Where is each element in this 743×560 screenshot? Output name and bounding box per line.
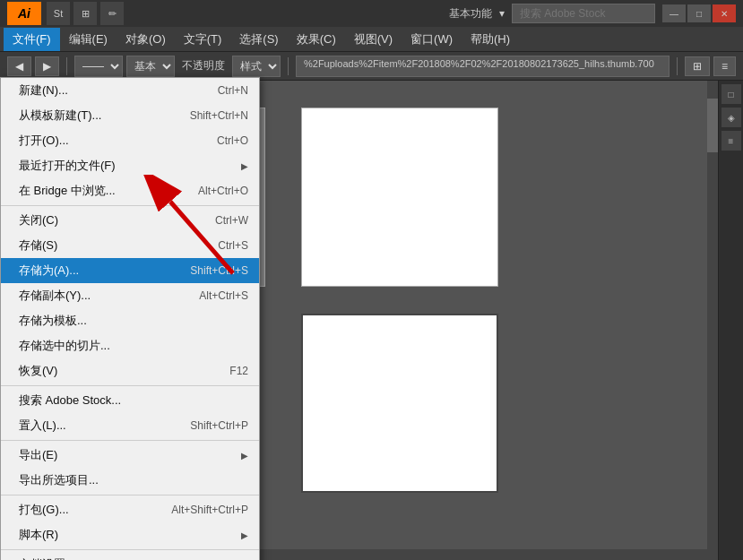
menu-save-copy-shortcut: Alt+Ctrl+S <box>199 289 248 302</box>
menu-close-label: 关闭(C) <box>19 212 58 228</box>
menu-recent[interactable]: 最近打开的文件(F) ▶ <box>1 153 259 178</box>
menu-recent-arrow: ▶ <box>241 161 248 171</box>
menu-file[interactable]: 文件(F) <box>4 28 60 51</box>
panel-btn-1[interactable]: □ <box>721 84 741 104</box>
menu-package-shortcut: Alt+Shift+Ctrl+P <box>171 504 248 516</box>
menu-bridge-label: 在 Bridge 中浏览... <box>19 183 116 199</box>
menu-new-template-shortcut: Shift+Ctrl+N <box>190 109 248 122</box>
menu-save-slice-label: 存储选中的切片... <box>19 338 110 354</box>
sep-4 <box>1 495 259 495</box>
menu-export-selected[interactable]: 导出所选项目... <box>1 468 259 493</box>
right-sidebar: □ ◈ ≡ <box>718 81 743 560</box>
menu-save[interactable]: 存储(S) Ctrl+S <box>1 233 259 258</box>
title-right: 基本功能 ▾ — □ ✕ <box>449 4 736 23</box>
close-button[interactable]: ✕ <box>713 4 736 22</box>
menu-bridge-shortcut: Alt+Ctrl+O <box>198 185 248 197</box>
menu-revert-shortcut: F12 <box>229 365 248 377</box>
menu-close-shortcut: Ctrl+W <box>215 214 248 227</box>
menu-save-shortcut: Ctrl+S <box>218 239 248 252</box>
sep-3 <box>1 440 259 441</box>
menu-save-as-label: 存储为(A)... <box>19 263 79 279</box>
menu-revert-label: 恢复(V) <box>19 363 57 379</box>
menu-doc-setup[interactable]: 文档设置(D)... Alt+Ctrl+P <box>1 552 259 560</box>
menu-search-stock-label: 搜索 Adobe Stock... <box>19 392 121 409</box>
opacity-label: 不透明度 <box>182 58 225 73</box>
artboard-2 <box>301 108 498 287</box>
panel-btn-3[interactable]: ≡ <box>721 131 741 151</box>
sep-5 <box>1 549 259 550</box>
function-mode-label: 基本功能 <box>449 6 492 22</box>
menu-open[interactable]: 打开(O)... Ctrl+O <box>1 128 259 153</box>
menu-window[interactable]: 窗口(W) <box>402 28 462 51</box>
back-button[interactable]: ◀ <box>7 56 31 76</box>
forward-button[interactable]: ▶ <box>35 56 59 76</box>
menu-save-template-label: 存储为模板... <box>19 313 87 329</box>
menu-new-template-label: 从模板新建(T)... <box>19 108 101 124</box>
panel-btn-2[interactable]: ◈ <box>721 108 741 127</box>
menu-save-copy[interactable]: 存储副本(Y)... Alt+Ctrl+S <box>1 283 259 308</box>
menu-view[interactable]: 视图(V) <box>345 28 402 51</box>
vertical-scrollbar[interactable] <box>707 81 718 560</box>
artboard-3 <box>301 314 498 493</box>
menu-close[interactable]: 关闭(C) Ctrl+W <box>1 208 259 233</box>
menu-save-label: 存储(S) <box>19 237 57 254</box>
menu-save-template[interactable]: 存储为模板... <box>1 308 259 333</box>
menu-select[interactable]: 选择(S) <box>230 28 287 51</box>
menu-export-selected-label: 导出所选项目... <box>19 472 99 488</box>
basic-select[interactable]: 基本 <box>126 56 175 77</box>
menu-recent-label: 最近打开的文件(F) <box>19 158 116 174</box>
menu-bar: 文件(F) 编辑(E) 对象(O) 文字(T) 选择(S) 效果(C) 视图(V… <box>0 27 743 52</box>
bridge-icon[interactable]: St <box>47 2 70 25</box>
menu-edit[interactable]: 编辑(E) <box>60 28 117 51</box>
toolbar-sep-2 <box>288 57 289 75</box>
search-input[interactable] <box>512 4 655 23</box>
menu-open-label: 打开(O)... <box>19 133 69 149</box>
menu-new-shortcut: Ctrl+N <box>218 84 248 97</box>
workspace-icon[interactable]: ⊞ <box>73 2 97 25</box>
menu-export-arrow: ▶ <box>241 451 248 461</box>
menu-revert[interactable]: 恢复(V) F12 <box>1 358 259 383</box>
toolbar-sep-3 <box>677 57 678 75</box>
scrollbar-thumb[interactable] <box>707 99 718 152</box>
sep-2 <box>1 385 259 386</box>
pen-icon[interactable]: ✏ <box>100 2 124 25</box>
menu-effect[interactable]: 效果(C) <box>288 28 345 51</box>
menu-help[interactable]: 帮助(H) <box>462 28 519 51</box>
title-bar: Ai St ⊞ ✏ 基本功能 ▾ — □ ✕ <box>0 0 743 27</box>
menu-package[interactable]: 打包(G)... Alt+Shift+Ctrl+P <box>1 497 259 522</box>
menu-new[interactable]: 新建(N)... Ctrl+N <box>1 78 259 103</box>
menu-save-as[interactable]: 存储为(A)... Shift+Ctrl+S <box>1 258 259 283</box>
toolbar-separator <box>66 57 67 75</box>
dropdown-menu-container: 新建(N)... Ctrl+N 从模板新建(T)... Shift+Ctrl+N… <box>0 77 260 560</box>
menu-place-label: 置入(L)... <box>19 418 66 434</box>
menu-scripts-label: 脚本(R) <box>19 527 58 543</box>
menu-place-shortcut: Shift+Ctrl+P <box>190 419 248 432</box>
menu-place[interactable]: 置入(L)... Shift+Ctrl+P <box>1 413 259 438</box>
menu-scripts-arrow: ▶ <box>241 530 248 540</box>
menu-object[interactable]: 对象(O) <box>117 28 175 51</box>
menu-new-template[interactable]: 从模板新建(T)... Shift+Ctrl+N <box>1 103 259 128</box>
minimize-button[interactable]: — <box>662 4 686 22</box>
ai-logo: Ai <box>7 2 41 25</box>
menu-new-label: 新建(N)... <box>19 82 68 99</box>
stroke-select[interactable]: —— <box>74 56 123 77</box>
url-bar: %2Fuploads%2Fitem%2F201808%2F02%2F201808… <box>296 56 670 77</box>
align-button[interactable]: ⊞ <box>685 56 710 76</box>
menu-save-slice[interactable]: 存储选中的切片... <box>1 333 259 358</box>
menu-search-stock[interactable]: 搜索 Adobe Stock... <box>1 388 259 413</box>
title-icons: St ⊞ ✏ <box>47 2 124 25</box>
menu-open-shortcut: Ctrl+O <box>217 134 248 147</box>
maximize-button[interactable]: □ <box>687 4 711 22</box>
menu-package-label: 打包(G)... <box>19 502 69 518</box>
style-select[interactable]: 样式 <box>232 56 281 77</box>
dropdown-arrow-icon[interactable]: ▾ <box>499 7 505 20</box>
menu-export-label: 导出(E) <box>19 447 57 463</box>
sep-1 <box>1 205 259 206</box>
menu-type[interactable]: 文字(T) <box>175 28 231 51</box>
menu-icon-btn[interactable]: ≡ <box>713 56 736 76</box>
menu-scripts[interactable]: 脚本(R) ▶ <box>1 522 259 547</box>
menu-export[interactable]: 导出(E) ▶ <box>1 443 259 468</box>
menu-save-copy-label: 存储副本(Y)... <box>19 288 91 304</box>
menu-bridge[interactable]: 在 Bridge 中浏览... Alt+Ctrl+O <box>1 178 259 203</box>
menu-save-as-shortcut: Shift+Ctrl+S <box>190 264 248 277</box>
